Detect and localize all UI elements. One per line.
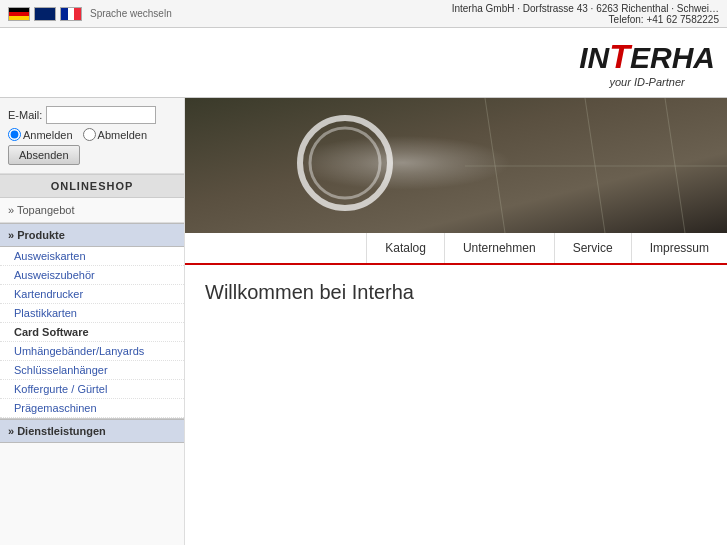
logo-part1: IN xyxy=(579,41,609,75)
nav-item-service[interactable]: Service xyxy=(554,233,631,263)
lang-change-label: Sprache wechseln xyxy=(90,8,172,19)
logo: IN T ERHA your ID-Partner xyxy=(579,37,715,88)
nav-item-katalog[interactable]: Katalog xyxy=(366,233,444,263)
contact-info: Interha GmbH · Dorfstrasse 43 · 6263 Ric… xyxy=(452,3,719,25)
produkte-item[interactable]: Ausweiszubehör xyxy=(0,266,184,285)
produkte-item[interactable]: Prägemaschinen xyxy=(0,399,184,418)
radio-abmelden[interactable] xyxy=(83,128,96,141)
produkte-item[interactable]: Schlüsselanhänger xyxy=(0,361,184,380)
logo-text: IN T ERHA xyxy=(579,37,715,76)
email-input[interactable] xyxy=(46,106,156,124)
produkte-item[interactable]: Koffergurte / Gürtel xyxy=(0,380,184,399)
topangebot-item[interactable]: Topangebot xyxy=(0,198,184,223)
radio-anmelden[interactable] xyxy=(8,128,21,141)
top-bar: Sprache wechseln Interha GmbH · Dorfstra… xyxy=(0,0,727,28)
dienstleistungen-header[interactable]: » Dienstleistungen xyxy=(0,419,184,443)
email-label: E-Mail: xyxy=(8,109,42,121)
flag-french[interactable] xyxy=(60,7,82,21)
top-navigation: KatalogUnternehmenServiceImpressum xyxy=(185,233,727,265)
logo-part3: ERHA xyxy=(630,41,715,75)
contact-line2: Telefon: +41 62 7582225 xyxy=(452,14,719,25)
hero-image xyxy=(185,98,727,233)
contact-line1: Interha GmbH · Dorfstrasse 43 · 6263 Ric… xyxy=(452,3,719,14)
radio-abmelden-label[interactable]: Abmelden xyxy=(83,128,148,141)
onlineshop-label[interactable]: ONLINESHOP xyxy=(0,174,184,198)
flag-german[interactable] xyxy=(8,7,30,21)
produkte-item[interactable]: Kartendrucker xyxy=(0,285,184,304)
produkte-header[interactable]: » Produkte xyxy=(0,223,184,247)
submit-button[interactable]: Absenden xyxy=(8,145,80,165)
produkte-item[interactable]: Plastikkarten xyxy=(0,304,184,323)
radio-anmelden-label[interactable]: Anmelden xyxy=(8,128,73,141)
radio-row: Anmelden Abmelden xyxy=(8,128,176,141)
header: IN T ERHA your ID-Partner xyxy=(0,28,727,98)
nav-item-unternehmen[interactable]: Unternehmen xyxy=(444,233,554,263)
content-area: KatalogUnternehmenServiceImpressum Willk… xyxy=(185,98,727,545)
flag-english[interactable] xyxy=(34,7,56,21)
main-layout: E-Mail: Anmelden Abmelden Absenden ONLIN… xyxy=(0,98,727,545)
produkte-item[interactable]: Umhängebänder/Lanyards xyxy=(0,342,184,361)
nav-items-container: KatalogUnternehmenServiceImpressum xyxy=(185,233,727,263)
logo-tagline: your ID-Partner xyxy=(610,76,685,88)
welcome-area: Willkommen bei Interha xyxy=(185,265,727,545)
produkte-section: » Produkte AusweiskartenAusweiszubehörKa… xyxy=(0,223,184,419)
welcome-title: Willkommen bei Interha xyxy=(205,281,707,304)
produkte-item[interactable]: Card Software xyxy=(0,323,184,342)
hero-overlay xyxy=(185,98,727,233)
sidebar: E-Mail: Anmelden Abmelden Absenden ONLIN… xyxy=(0,98,185,545)
produkte-list: AusweiskartenAusweiszubehörKartendrucker… xyxy=(0,247,184,418)
produkte-item[interactable]: Ausweiskarten xyxy=(0,247,184,266)
logo-part2: T xyxy=(609,37,630,76)
nav-item-impressum[interactable]: Impressum xyxy=(631,233,727,263)
language-selector[interactable]: Sprache wechseln xyxy=(8,7,172,21)
email-form: E-Mail: Anmelden Abmelden Absenden xyxy=(0,98,184,174)
hero-svg xyxy=(185,98,727,233)
